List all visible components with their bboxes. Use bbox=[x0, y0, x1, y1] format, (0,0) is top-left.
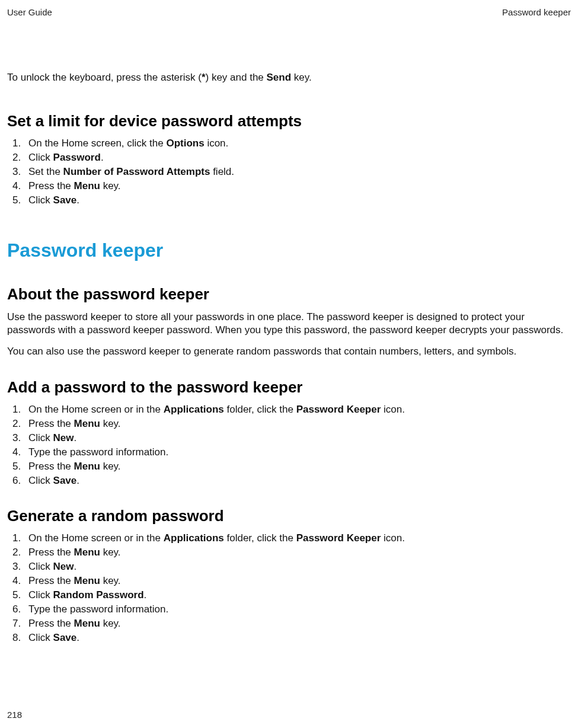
generate-random-step: On the Home screen or in the Application… bbox=[24, 532, 571, 544]
step-bold-text: Menu bbox=[74, 547, 100, 558]
step-bold-text: Menu bbox=[74, 418, 100, 429]
step-bold-text: Options bbox=[166, 138, 204, 149]
intro-text: key. bbox=[291, 72, 312, 83]
step-text: Type the password information. bbox=[28, 604, 168, 615]
add-password-step: On the Home screen or in the Application… bbox=[24, 404, 571, 416]
step-text: . bbox=[76, 475, 79, 486]
section-heading-generate-random: Generate a random password bbox=[7, 507, 571, 525]
add-password-step: Click Save. bbox=[24, 475, 571, 487]
header-right: Password keeper bbox=[502, 7, 571, 17]
steps-list-set-limit: On the Home screen, click the Options ic… bbox=[7, 138, 571, 206]
step-text: Press the bbox=[28, 461, 74, 472]
generate-random-step: Press the Menu key. bbox=[24, 575, 571, 587]
set-limit-step: Set the Number of Password Attempts fiel… bbox=[24, 166, 571, 178]
step-text: key. bbox=[100, 575, 121, 586]
add-password-step: Press the Menu key. bbox=[24, 461, 571, 472]
set-limit-step: On the Home screen, click the Options ic… bbox=[24, 138, 571, 149]
intro-paragraph: To unlock the keyboard, press the asteri… bbox=[7, 72, 571, 84]
intro-text: ) key and the bbox=[206, 72, 267, 83]
section-add-password: Add a password to the password keeper On… bbox=[7, 378, 571, 487]
section-heading-add-password: Add a password to the password keeper bbox=[7, 378, 571, 397]
step-bold-text: Applications bbox=[164, 404, 224, 415]
step-bold-text: Save bbox=[53, 194, 77, 206]
step-text: key. bbox=[100, 461, 121, 472]
generate-random-step: Press the Menu key. bbox=[24, 618, 571, 630]
generate-random-step: Click Save. bbox=[24, 632, 571, 644]
intro-bold-send: Send bbox=[267, 72, 292, 83]
step-text: Press the bbox=[28, 618, 74, 629]
step-text: Click bbox=[28, 194, 53, 206]
step-text: icon. bbox=[205, 138, 229, 149]
step-text: Click bbox=[28, 632, 53, 643]
generate-random-step: Click New. bbox=[24, 561, 571, 573]
step-bold-text: New bbox=[53, 561, 74, 572]
set-limit-step: Press the Menu key. bbox=[24, 180, 571, 192]
step-text: Click bbox=[28, 432, 53, 443]
step-text: folder, click the bbox=[224, 532, 296, 544]
step-text: field. bbox=[210, 166, 234, 177]
step-bold-text: Password Keeper bbox=[296, 532, 381, 544]
add-password-step: Click New. bbox=[24, 432, 571, 444]
step-bold-text: Random Password bbox=[53, 589, 144, 601]
step-text: Press the bbox=[28, 180, 74, 191]
major-heading-password-keeper: Password keeper bbox=[7, 240, 571, 261]
step-bold-text: Save bbox=[53, 632, 77, 643]
generate-random-step: Press the Menu key. bbox=[24, 547, 571, 558]
step-text: Click bbox=[28, 152, 53, 163]
step-bold-text: Applications bbox=[164, 532, 224, 544]
section-heading-about: About the password keeper bbox=[7, 285, 571, 304]
step-text: . bbox=[76, 194, 79, 206]
step-text: Press the bbox=[28, 547, 74, 558]
step-bold-text: Number of Password Attempts bbox=[63, 166, 210, 177]
step-text: Press the bbox=[28, 418, 74, 429]
about-paragraph-1: Use the password keeper to store all you… bbox=[7, 311, 571, 337]
step-bold-text: Save bbox=[53, 475, 77, 486]
set-limit-step: Click Save. bbox=[24, 194, 571, 206]
step-bold-text: Password bbox=[53, 152, 101, 163]
page-header: User Guide Password keeper bbox=[7, 7, 571, 17]
step-text: Set the bbox=[28, 166, 63, 177]
step-text: icon. bbox=[381, 404, 405, 415]
generate-random-step: Type the password information. bbox=[24, 604, 571, 615]
section-set-limit: Set a limit for device password attempts… bbox=[7, 112, 571, 206]
about-paragraph-2: You can also use the password keeper to … bbox=[7, 345, 571, 358]
steps-list-generate-random: On the Home screen or in the Application… bbox=[7, 532, 571, 644]
step-bold-text: Menu bbox=[74, 180, 100, 191]
step-text: folder, click the bbox=[224, 404, 296, 415]
step-text: . bbox=[74, 561, 77, 572]
page-number: 218 bbox=[7, 710, 22, 720]
set-limit-step: Click Password. bbox=[24, 152, 571, 164]
steps-list-add-password: On the Home screen or in the Application… bbox=[7, 404, 571, 487]
step-text: key. bbox=[100, 418, 121, 429]
header-left: User Guide bbox=[7, 7, 52, 17]
step-text: key. bbox=[100, 180, 121, 191]
step-bold-text: Menu bbox=[74, 575, 100, 586]
document-page: User Guide Password keeper To unlock the… bbox=[0, 0, 578, 728]
add-password-step: Type the password information. bbox=[24, 446, 571, 458]
section-about: About the password keeper Use the passwo… bbox=[7, 285, 571, 358]
section-generate-random: Generate a random password On the Home s… bbox=[7, 507, 571, 644]
step-text: icon. bbox=[381, 532, 405, 544]
step-bold-text: Password Keeper bbox=[296, 404, 381, 415]
add-password-step: Press the Menu key. bbox=[24, 418, 571, 430]
step-text: key. bbox=[100, 547, 121, 558]
step-text: . bbox=[74, 432, 77, 443]
step-text: Press the bbox=[28, 575, 74, 586]
step-text: key. bbox=[100, 618, 121, 629]
intro-text: To unlock the keyboard, press the asteri… bbox=[7, 72, 202, 83]
step-text: On the Home screen or in the bbox=[28, 532, 164, 544]
step-bold-text: Menu bbox=[74, 461, 100, 472]
step-text: Click bbox=[28, 475, 53, 486]
intro-bold-asterisk: * bbox=[202, 72, 206, 83]
step-text: On the Home screen, click the bbox=[28, 138, 166, 149]
generate-random-step: Click Random Password. bbox=[24, 589, 571, 601]
step-text: Type the password information. bbox=[28, 446, 168, 458]
step-text: Click bbox=[28, 589, 53, 601]
section-heading-set-limit: Set a limit for device password attempts bbox=[7, 112, 571, 130]
step-text: . bbox=[144, 589, 147, 601]
step-text: Click bbox=[28, 561, 53, 572]
step-text: On the Home screen or in the bbox=[28, 404, 164, 415]
step-text: . bbox=[101, 152, 104, 163]
step-bold-text: New bbox=[53, 432, 74, 443]
step-text: . bbox=[76, 632, 79, 643]
